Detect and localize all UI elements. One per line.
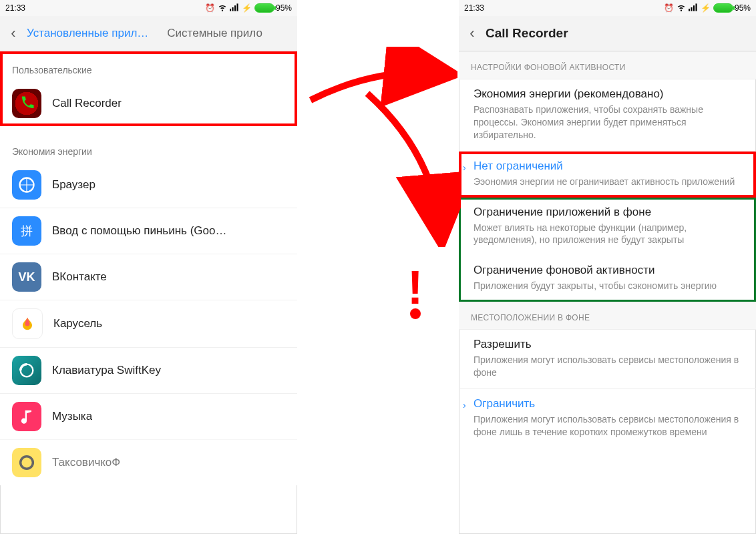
list-item[interactable]: Музыка: [0, 393, 297, 439]
option-title: Экономия энергии (рекомендовано): [474, 87, 741, 101]
app-name: ТаксовичкоФ: [52, 456, 120, 469]
option-desc: Приложения будут закрыты, чтобы сэкономи…: [474, 280, 741, 292]
option-restrict-activity[interactable]: Ограничение фоновой активности Приложени…: [459, 256, 756, 302]
svg-rect-10: [695, 3, 697, 11]
option-energy-saving[interactable]: Экономия энергии (рекомендовано) Распозн…: [459, 79, 756, 151]
option-desc: Приложения могут использовать сервисы ме…: [474, 413, 741, 439]
app-name: Браузер: [52, 178, 96, 192]
svg-rect-0: [230, 9, 231, 11]
status-bar: 21:33 ⏰ ⚡ 95%: [0, 0, 297, 16]
browser-icon: [12, 170, 41, 200]
arrow-top: [304, 47, 457, 113]
battery-indicator: 95%: [713, 3, 751, 13]
exclamation-icon: !: [407, 274, 423, 319]
app-name: Музыка: [52, 410, 92, 423]
svg-rect-7: [689, 9, 690, 11]
phone-right: 21:33 ⏰ ⚡ 95% ‹ Call Recorder НАСТРОЙКИ …: [459, 0, 756, 534]
svg-rect-1: [232, 7, 233, 11]
option-no-restrictions[interactable]: › Нет ограничений Ээономия энергии не ог…: [459, 152, 756, 198]
energy-apps-list: Браузер 拼 Ввод с помощью пиньинь (Goo… V…: [0, 162, 297, 485]
list-item[interactable]: ТаксовичкоФ: [0, 439, 297, 485]
list-item[interactable]: Клавиатура SwiftKey: [0, 347, 297, 393]
user-apps-list: Call Recorder: [0, 81, 297, 126]
nav-bar: ‹ Установленные прил… Системные прило: [0, 16, 297, 51]
app-name: ВКонтакте: [52, 270, 107, 284]
user-apps-highlight: Пользовательские Call Recorder: [0, 51, 297, 126]
option-title: Нет ограничений: [474, 160, 741, 173]
signal-icon: [689, 3, 698, 13]
energy-section-label: Экономия энергии: [0, 126, 297, 162]
option-title: Ограничение фоновой активности: [474, 264, 741, 277]
pinyin-icon: 拼: [12, 216, 41, 246]
option-desc: Ээономия энергии не ограничивает активно…: [474, 176, 741, 188]
arrow-bottom: [354, 87, 461, 247]
list-item[interactable]: Карусель: [0, 300, 297, 347]
option-desc: Приложения могут использовать сервисы ме…: [474, 354, 741, 379]
status-right: ⏰ ⚡ 95%: [205, 3, 292, 14]
status-right: ⏰ ⚡ 95%: [664, 3, 751, 14]
app-name: Клавиатура SwiftKey: [52, 364, 161, 377]
restriction-options-highlight: Ограничение приложений в фоне Может влия…: [459, 198, 756, 302]
nav-bar: ‹ Call Recorder: [459, 16, 756, 51]
svg-rect-9: [693, 5, 695, 11]
back-button[interactable]: ‹: [459, 25, 486, 42]
tabs: Установленные прил… Системные прило: [27, 27, 297, 40]
battery-icon: [254, 3, 274, 13]
alarm-icon: ⏰: [205, 3, 215, 13]
svg-rect-3: [236, 3, 238, 11]
wifi-icon: [677, 3, 686, 14]
location-section-label: МЕСТОПОЛОЖЕНИИ В ФОНЕ: [459, 302, 756, 330]
status-bar: 21:33 ⏰ ⚡ 95%: [459, 0, 756, 16]
svg-point-6: [21, 457, 33, 469]
tab-installed[interactable]: Установленные прил…: [27, 27, 148, 40]
battery-indicator: 95%: [254, 3, 292, 13]
option-title: Ограничить: [474, 397, 741, 411]
swiftkey-icon: [12, 356, 41, 385]
selected-caret-icon: ›: [463, 400, 466, 411]
option-desc: Может влиять на некоторые функции (напри…: [474, 222, 741, 247]
music-icon: [12, 402, 41, 431]
option-title: Ограничение приложений в фоне: [474, 206, 741, 219]
user-section-label: Пользовательские: [0, 51, 297, 81]
list-item[interactable]: 拼 Ввод с помощью пиньинь (Goo…: [0, 208, 297, 254]
bg-activity-section-label: НАСТРОЙКИ ФОНОВОЙ АКТИВНОСТИ: [459, 51, 756, 79]
carousel-icon: [12, 308, 43, 339]
option-title: Разрешить: [474, 338, 741, 351]
back-button[interactable]: ‹: [0, 25, 27, 42]
option-location-restrict[interactable]: › Ограничить Приложения могут использова…: [459, 389, 756, 448]
list-item[interactable]: VK ВКонтакте: [0, 254, 297, 300]
list-item[interactable]: Браузер: [0, 162, 297, 208]
app-name: Ввод с помощью пиньинь (Goo…: [52, 224, 226, 238]
phone-left: 21:33 ⏰ ⚡ 95% ‹ Установленные прил…: [0, 0, 297, 534]
svg-rect-8: [691, 7, 692, 11]
taxo-icon: [12, 448, 41, 477]
option-desc: Распознавать приложения, чтобы сохранять…: [474, 103, 741, 142]
battery-pct: 95%: [735, 3, 751, 13]
option-location-allow[interactable]: Разрешить Приложения могут использовать …: [459, 330, 756, 388]
wifi-icon: [218, 3, 227, 14]
stage: 21:33 ⏰ ⚡ 95% ‹ Установленные прил…: [0, 0, 756, 534]
charging-icon: ⚡: [242, 3, 252, 13]
app-name: Call Recorder: [52, 97, 122, 110]
signal-icon: [230, 3, 239, 13]
selected-caret-icon: ›: [463, 162, 466, 173]
app-name: Карусель: [53, 317, 102, 330]
page-title: Call Recorder: [486, 26, 568, 41]
option-restrict-background[interactable]: Ограничение приложений в фоне Может влия…: [459, 198, 756, 256]
svg-rect-2: [234, 5, 236, 11]
status-time: 21:33: [464, 3, 484, 13]
charging-icon: ⚡: [701, 3, 711, 13]
call-recorder-icon: [12, 89, 41, 118]
alarm-icon: ⏰: [664, 3, 674, 13]
status-time: 21:33: [5, 3, 25, 13]
vk-icon: VK: [12, 262, 41, 292]
tab-system[interactable]: Системные прило: [167, 27, 262, 40]
battery-pct: 95%: [276, 3, 292, 13]
list-item[interactable]: Call Recorder: [0, 81, 297, 126]
battery-icon: [713, 3, 733, 13]
